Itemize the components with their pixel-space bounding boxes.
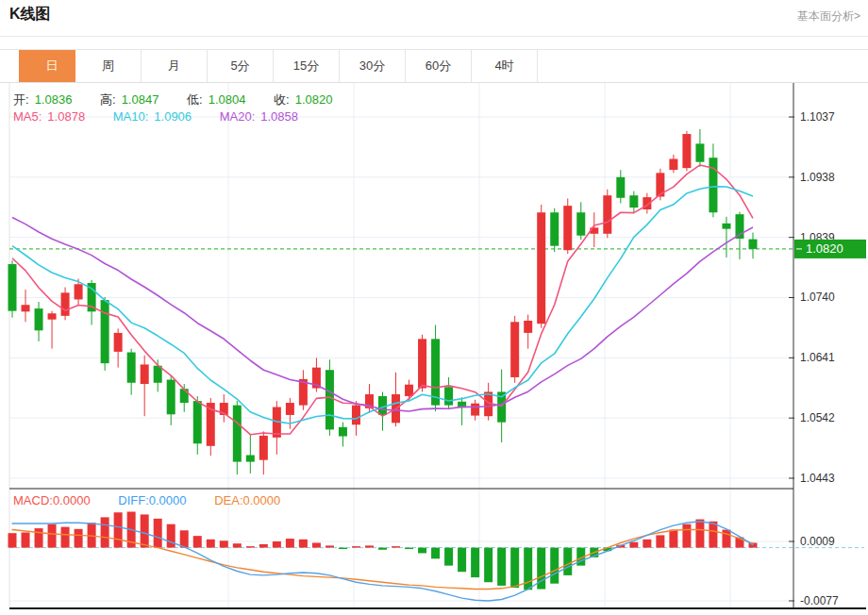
candle-body <box>326 370 334 429</box>
ma5-value: 1.0878 <box>47 109 85 124</box>
candle-body <box>61 292 70 316</box>
candle-body <box>167 380 175 415</box>
macd-bar <box>629 542 638 548</box>
macd-bar <box>273 541 281 548</box>
ma10-value: 1.0906 <box>154 109 192 124</box>
macd-bar <box>378 548 387 550</box>
macd-bar <box>444 548 453 566</box>
candle-body <box>127 353 136 383</box>
candle-body <box>22 305 30 311</box>
macd-bar <box>656 535 664 547</box>
ma20-label: MA20: <box>220 109 256 124</box>
macd-bar <box>471 548 479 578</box>
macd-value-label: MACD:0.0000 <box>13 493 91 507</box>
macd-bar <box>75 529 83 548</box>
candle-body <box>141 364 149 384</box>
ma20-value: 1.0858 <box>260 109 298 124</box>
candle-body <box>259 436 268 460</box>
low-value: 1.0804 <box>209 92 246 107</box>
candle-body <box>563 206 572 250</box>
candle-body <box>616 177 625 198</box>
price-axis-label: 1.0641 <box>800 351 835 364</box>
diff-line <box>12 522 753 601</box>
macd-bar <box>365 545 374 547</box>
candle-body <box>35 308 43 330</box>
ma5-label: MA5: <box>13 109 42 124</box>
price-axis-label: 1.0443 <box>800 472 835 485</box>
open-value: 1.0836 <box>35 92 73 107</box>
macd-bar <box>669 530 677 548</box>
price-axis-label: 1.0938 <box>800 171 835 184</box>
macd-bar <box>259 544 268 548</box>
candle-body <box>629 195 638 208</box>
macd-bar <box>207 540 215 548</box>
macd-axis-label: -0.0077 <box>800 594 839 607</box>
ma10-label: MA10: <box>113 109 149 124</box>
current-price-badge-value: 1.0820 <box>806 241 843 256</box>
macd-bar <box>167 524 175 548</box>
macd-bar <box>563 548 572 575</box>
macd-bar <box>722 530 730 548</box>
macd-bar <box>101 517 109 547</box>
macd-bar <box>326 545 334 547</box>
macd-bar <box>405 548 413 549</box>
macd-bar <box>484 548 492 583</box>
low-label: 低: <box>187 92 203 107</box>
macd-bar <box>8 533 17 547</box>
macd-bar <box>48 524 57 548</box>
macd-bar <box>220 540 228 547</box>
candle-body <box>603 195 611 234</box>
macd-bar <box>193 536 202 547</box>
kline-page: K线图 基本面分析> 日周月5分15分30分60分4时 开:1.0836 高:1… <box>0 0 868 615</box>
macd-bar <box>550 548 559 584</box>
high-value: 1.0847 <box>122 92 159 107</box>
candle-body <box>8 264 17 311</box>
candle-body <box>114 333 123 352</box>
macd-bar <box>22 532 30 547</box>
ma10-line <box>12 187 753 424</box>
macd-bar <box>510 548 519 588</box>
candle-body <box>709 158 717 212</box>
macd-legend: MACD:0.0000 DIFF:0.0000 DEA:0.0000 <box>13 493 286 507</box>
candle-body <box>524 321 532 333</box>
macd-bar <box>682 524 691 548</box>
macd-bar <box>643 540 651 548</box>
price-axis-label: 1.0542 <box>800 411 835 424</box>
candle-body <box>246 455 255 461</box>
open-label: 开: <box>13 92 29 107</box>
candle-body <box>431 339 440 405</box>
macd-bar <box>233 543 242 547</box>
macd-bar <box>114 512 123 547</box>
candle-body <box>75 284 83 299</box>
macd-bar <box>392 546 400 547</box>
candle-body <box>550 212 559 245</box>
candle-body <box>682 134 691 168</box>
macd-bar <box>339 548 347 549</box>
candle-body <box>193 401 202 443</box>
candle-body <box>576 212 585 236</box>
macd-bar <box>418 548 426 554</box>
dea-value-label: DEA:0.0000 <box>214 493 280 507</box>
macd-bar <box>497 548 506 586</box>
candle-body <box>180 389 189 403</box>
macd-bar <box>61 527 70 548</box>
macd-bar <box>180 530 189 547</box>
candle-body <box>352 406 360 425</box>
close-value: 1.0820 <box>295 92 333 107</box>
macd-bar <box>154 519 162 548</box>
candle-body <box>510 322 519 377</box>
close-label: 收: <box>274 92 290 107</box>
candle-body <box>722 224 730 229</box>
ma-legend: MA5:1.0878 MA10:1.0906 MA20:1.0858 <box>13 109 304 124</box>
candle-body <box>444 387 453 405</box>
macd-bar <box>141 514 149 547</box>
macd-bar <box>299 540 308 548</box>
diff-value-label: DIFF:0.0000 <box>118 493 186 507</box>
candle-body <box>669 158 677 170</box>
ohlc-legend: 开:1.0836 高:1.0847 低:1.0804 收:1.0820 <box>13 91 338 108</box>
high-label: 高: <box>100 92 116 107</box>
candle-body <box>695 143 704 161</box>
macd-bar <box>312 542 321 547</box>
candle-body <box>749 240 758 249</box>
candle-body <box>48 313 57 319</box>
